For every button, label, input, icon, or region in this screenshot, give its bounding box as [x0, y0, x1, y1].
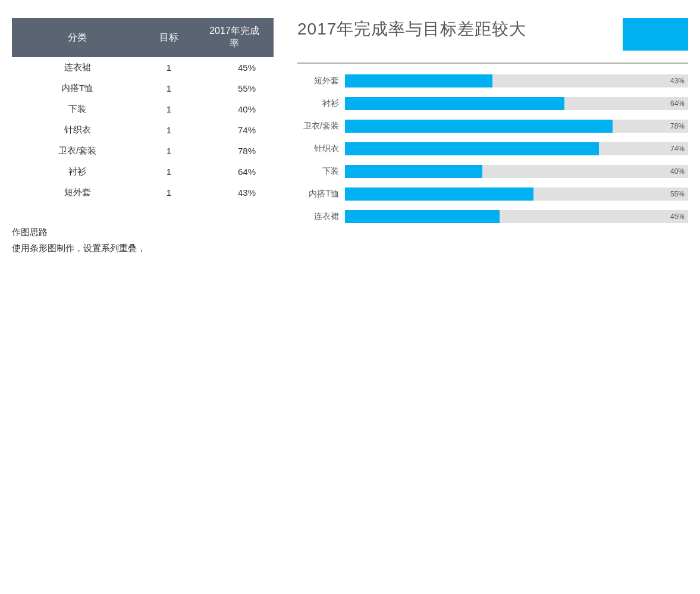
- bar-label: 连衣裙: [297, 211, 339, 222]
- cell-target: 1: [143, 120, 195, 140]
- chart-divider: [297, 62, 688, 64]
- bar-chart: 短外套43%衬衫64%卫衣/套装78%针织衣74%下装40%内搭T恤55%连衣裙…: [297, 74, 688, 223]
- bar-fill: [345, 97, 564, 110]
- bar-fill: [345, 165, 482, 178]
- cell-target: 1: [143, 161, 195, 182]
- cell-completion: 55%: [195, 78, 274, 99]
- bar-fill: [345, 120, 613, 133]
- bar-value: 40%: [670, 167, 685, 176]
- col-header-completion: 2017年完成率: [195, 18, 274, 57]
- bar-row: 内搭T恤55%: [297, 187, 688, 201]
- bar-fill: [345, 142, 599, 155]
- bar-row: 下装40%: [297, 165, 688, 178]
- table-header: 分类 目标 2017年完成率: [12, 18, 274, 57]
- chart-header: 2017年完成率与目标差距较大: [297, 18, 688, 51]
- bar-row: 卫衣/套装78%: [297, 120, 688, 133]
- table-row: 卫衣/套装 1 78%: [12, 140, 274, 161]
- cell-target: 1: [143, 78, 195, 99]
- cell-completion: 78%: [195, 140, 274, 161]
- bar-row: 针织衣74%: [297, 142, 688, 155]
- notes-title: 作图思路: [12, 227, 274, 238]
- col-header-target: 目标: [143, 18, 195, 57]
- bar-track: 40%: [345, 165, 688, 178]
- chart-title: 2017年完成率与目标差距较大: [297, 18, 526, 40]
- cell-target: 1: [143, 140, 195, 161]
- cell-completion: 64%: [195, 161, 274, 182]
- left-panel: 分类 目标 2017年完成率 连衣裙 1 45% 内搭T恤 1 55% 下装 1…: [12, 18, 274, 576]
- cell-completion: 45%: [195, 57, 274, 78]
- notes-body: 使用条形图制作，设置系列重叠，: [12, 243, 274, 254]
- bar-row: 衬衫64%: [297, 97, 688, 110]
- bar-label: 短外套: [297, 76, 339, 86]
- cell-completion: 43%: [195, 182, 274, 203]
- cell-target: 1: [143, 182, 195, 203]
- bar-label: 内搭T恤: [297, 189, 339, 199]
- cell-category: 连衣裙: [12, 57, 143, 78]
- page-container: 分类 目标 2017年完成率 连衣裙 1 45% 内搭T恤 1 55% 下装 1…: [0, 0, 700, 594]
- notes-section: 作图思路 使用条形图制作，设置系列重叠，: [12, 227, 274, 254]
- cell-completion: 74%: [195, 120, 274, 140]
- table-row: 下装 1 40%: [12, 99, 274, 120]
- table-row: 短外套 1 43%: [12, 182, 274, 203]
- cell-category: 衬衫: [12, 161, 143, 182]
- cell-target: 1: [143, 57, 195, 78]
- bar-value: 45%: [670, 212, 685, 221]
- table-row: 针织衣 1 74%: [12, 120, 274, 140]
- bar-track: 45%: [345, 210, 688, 223]
- col-header-category: 分类: [12, 18, 143, 57]
- cell-category: 下装: [12, 99, 143, 120]
- bar-track: 55%: [345, 187, 688, 201]
- bar-row: 连衣裙45%: [297, 210, 688, 223]
- bar-label: 卫衣/套装: [297, 121, 339, 132]
- cell-category: 针织衣: [12, 120, 143, 140]
- cell-category: 卫衣/套装: [12, 140, 143, 161]
- table-row: 连衣裙 1 45%: [12, 57, 274, 78]
- bar-track: 43%: [345, 74, 688, 87]
- data-table: 分类 目标 2017年完成率 连衣裙 1 45% 内搭T恤 1 55% 下装 1…: [12, 18, 274, 203]
- table-row: 衬衫 1 64%: [12, 161, 274, 182]
- bar-value: 78%: [670, 122, 685, 130]
- bar-fill: [345, 210, 500, 223]
- cell-category: 短外套: [12, 182, 143, 203]
- cell-category: 内搭T恤: [12, 78, 143, 99]
- right-panel: 2017年完成率与目标差距较大 短外套43%衬衫64%卫衣/套装78%针织衣74…: [297, 18, 688, 576]
- bar-value: 43%: [670, 77, 685, 85]
- bar-label: 针织衣: [297, 143, 339, 154]
- bar-value: 64%: [670, 99, 685, 108]
- bar-row: 短外套43%: [297, 74, 688, 87]
- cell-completion: 40%: [195, 99, 274, 120]
- bar-track: 64%: [345, 97, 688, 110]
- bar-track: 78%: [345, 120, 688, 133]
- cell-target: 1: [143, 99, 195, 120]
- table-row: 内搭T恤 1 55%: [12, 78, 274, 99]
- bar-value: 74%: [670, 145, 685, 153]
- chart-accent-box: [623, 18, 688, 51]
- bar-fill: [345, 187, 533, 201]
- bar-label: 下装: [297, 166, 339, 177]
- bar-track: 74%: [345, 142, 688, 155]
- bar-fill: [345, 74, 492, 87]
- bar-value: 55%: [670, 190, 685, 198]
- bar-label: 衬衫: [297, 98, 339, 109]
